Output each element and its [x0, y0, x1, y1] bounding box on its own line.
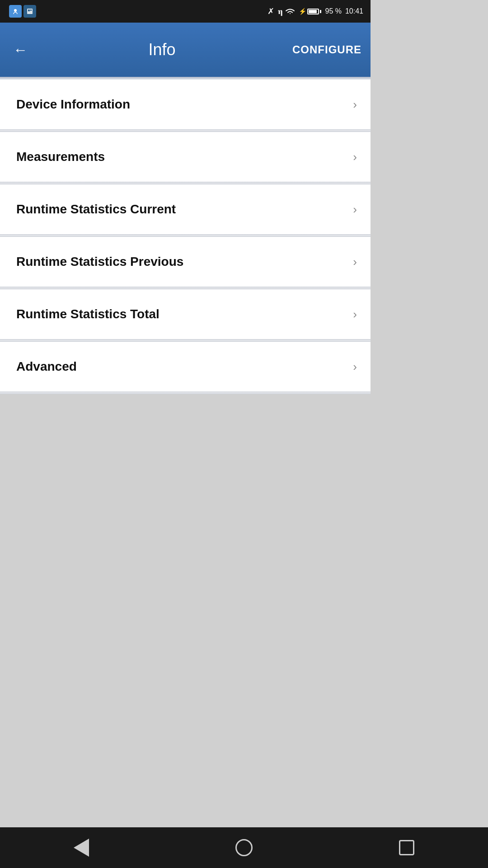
svg-point-0	[14, 9, 17, 12]
chevron-right-icon: ›	[353, 98, 357, 112]
app-icon-2	[23, 5, 36, 18]
wifi-icon: 𝛈	[278, 7, 295, 16]
back-button[interactable]: ←	[9, 38, 32, 61]
svg-rect-2	[28, 9, 30, 11]
gray-background-area	[0, 394, 371, 620]
page-title: Info	[148, 40, 175, 59]
menu-item-label: Runtime Statistics Previous	[16, 255, 183, 269]
menu-item-advanced[interactable]: Advanced ›	[0, 342, 371, 392]
menu-item-runtime-statistics-current[interactable]: Runtime Statistics Current ›	[0, 184, 371, 234]
svg-rect-3	[30, 9, 32, 11]
chevron-right-icon: ›	[353, 150, 357, 164]
menu-item-device-information[interactable]: Device Information ›	[0, 80, 371, 129]
clock: 10:41	[345, 7, 363, 15]
battery-percentage: 95 %	[325, 7, 341, 15]
menu-item-label: Device Information	[16, 97, 130, 112]
app-header: ← Info CONFIGURE	[0, 23, 371, 77]
configure-button[interactable]: CONFIGURE	[292, 43, 361, 56]
app-icon-1	[9, 5, 22, 18]
chevron-right-icon: ›	[353, 360, 357, 374]
menu-item-measurements[interactable]: Measurements ›	[0, 132, 371, 182]
menu-list: Device Information › Measurements › Runt…	[0, 80, 371, 394]
menu-item-label: Measurements	[16, 150, 105, 164]
status-bar: ✗ 𝛈 ⚡ 95 % 10:41	[0, 0, 371, 23]
menu-item-label: Runtime Statistics Current	[16, 202, 176, 217]
bluetooth-icon: ✗	[267, 6, 274, 16]
battery-indicator: ⚡	[299, 8, 321, 15]
menu-item-label: Runtime Statistics Total	[16, 307, 160, 321]
chevron-right-icon: ›	[353, 203, 357, 217]
menu-item-label: Advanced	[16, 359, 77, 374]
menu-item-runtime-statistics-total[interactable]: Runtime Statistics Total ›	[0, 289, 371, 339]
menu-item-runtime-statistics-previous[interactable]: Runtime Statistics Previous ›	[0, 237, 371, 287]
status-bar-icons: ✗ 𝛈 ⚡ 95 % 10:41	[267, 6, 363, 16]
chevron-right-icon: ›	[353, 307, 357, 321]
status-app-icons	[9, 5, 36, 18]
chevron-right-icon: ›	[353, 255, 357, 269]
